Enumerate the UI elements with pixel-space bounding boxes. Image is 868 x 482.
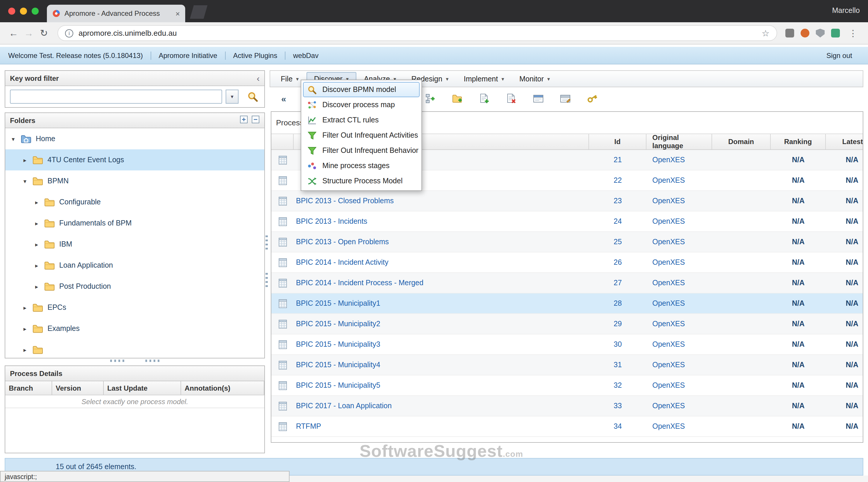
- column-original-language[interactable]: Original language: [647, 134, 712, 149]
- add-to-tree-button[interactable]: [424, 93, 436, 104]
- horizontal-splitter-grip[interactable]: [110, 360, 125, 362]
- tree-toggle-icon[interactable]: ▸: [22, 304, 28, 311]
- column-last-update[interactable]: Last Update: [104, 381, 181, 395]
- model-name-link[interactable]: BPIC 2015 - Municipality5: [293, 376, 589, 395]
- overflow-menu-icon[interactable]: ⋮: [846, 28, 860, 38]
- tree-toggle-icon[interactable]: ▸: [33, 220, 40, 226]
- menu-item-filter-out-infrequent-activities[interactable]: Filter Out Infrequent Activities: [303, 128, 420, 143]
- tree-item-ibm[interactable]: ▸ IBM: [5, 234, 264, 255]
- tree-item-home[interactable]: ▾ Home: [5, 128, 264, 149]
- table-row[interactable]: BPIC 2015 - Municipality2 29 OpenXES N/A…: [271, 314, 863, 334]
- tree-toggle-icon[interactable]: ▸: [33, 241, 40, 248]
- tree-toggle-icon[interactable]: ▸: [33, 199, 40, 205]
- menubar-item-implement[interactable]: Implement ▾: [456, 72, 512, 86]
- expand-all-icon[interactable]: [240, 116, 248, 125]
- model-name-link[interactable]: BPIC 2015 - Municipality2: [293, 314, 589, 334]
- new-tab-button[interactable]: [190, 5, 208, 19]
- model-name-link[interactable]: RTFMP: [293, 416, 589, 436]
- menu-item-discover-bpmn-model[interactable]: Discover BPMN model: [303, 82, 420, 97]
- tree-toggle-icon[interactable]: ▸: [22, 157, 28, 163]
- tree-toggle-icon[interactable]: ▸: [33, 262, 40, 268]
- collapse-left-button[interactable]: «: [278, 93, 289, 104]
- keyword-dropdown-button[interactable]: ▾: [226, 90, 239, 104]
- zoom-window-button[interactable]: [32, 8, 39, 14]
- menu-item-discover-process-map[interactable]: Discover process map: [303, 97, 420, 113]
- collapse-panel-icon[interactable]: ‹: [257, 73, 260, 83]
- minimize-window-button[interactable]: [20, 8, 27, 14]
- model-name-link[interactable]: BPIC 2017 - Loan Application: [293, 396, 589, 416]
- tree-toggle-icon[interactable]: ▸: [22, 325, 28, 332]
- tree-toggle-icon[interactable]: ▸: [33, 283, 40, 290]
- add-folder-button[interactable]: [451, 93, 463, 104]
- table-row[interactable]: BPIC 2014 - Incident Activity 26 OpenXES…: [271, 252, 863, 273]
- browser-profile-name[interactable]: Marcello: [832, 6, 860, 14]
- forward-icon[interactable]: →: [21, 26, 36, 41]
- tree-item-epcs[interactable]: ▸ EPCs: [5, 297, 264, 318]
- model-name-link[interactable]: BPIC 2015 - Municipality4: [293, 355, 589, 375]
- model-name-link[interactable]: BPIC 2013 - Open Problems: [293, 232, 589, 252]
- tree-toggle-icon[interactable]: ▾: [10, 136, 17, 142]
- column-annotations[interactable]: Annotation(s): [181, 381, 264, 395]
- table-row[interactable]: RTFMP 34 OpenXES N/A N/A: [271, 416, 863, 437]
- table-row[interactable]: BPIC 2013 - Open Problems 25 OpenXES N/A…: [271, 232, 863, 252]
- model-name-link[interactable]: BPIC 2015 - Municipality1: [293, 293, 589, 313]
- model-name-link[interactable]: BPIC 2013 - Closed Problems: [293, 191, 589, 211]
- extension-icon[interactable]: [801, 29, 809, 37]
- table-row[interactable]: BPIC 2017 - Loan Application 33 OpenXES …: [271, 396, 863, 416]
- delete-model-button[interactable]: [505, 93, 517, 104]
- edit-metadata-button[interactable]: [559, 93, 571, 104]
- model-name-link[interactable]: BPIC 2014 - Incident Activity: [293, 252, 589, 272]
- edit-model-button[interactable]: [532, 93, 544, 104]
- create-model-button[interactable]: [478, 93, 490, 104]
- tree-item-item[interactable]: ▸: [5, 339, 264, 358]
- column-ranking[interactable]: Ranking: [771, 134, 826, 149]
- security-button[interactable]: [586, 93, 598, 104]
- table-row[interactable]: BPIC 2013 - Closed Problems 23 OpenXES N…: [271, 191, 863, 212]
- tree-item-4tu-center-event-logs[interactable]: ▸ 4TU Center Event Logs: [5, 149, 264, 170]
- column-domain[interactable]: Domain: [712, 134, 771, 149]
- horizontal-splitter-grip[interactable]: [145, 360, 161, 362]
- column-branch[interactable]: Branch: [5, 381, 52, 395]
- browser-tab[interactable]: Apromore - Advanced Process ×: [47, 5, 185, 22]
- vertical-splitter-grip[interactable]: [266, 235, 268, 251]
- menu-item-mine-process-stages[interactable]: Mine process stages: [303, 158, 420, 173]
- tree-item-examples[interactable]: ▸ Examples: [5, 318, 264, 339]
- header-link-welcome-test-release-notes-5-0-180413[interactable]: Welcome Test. Release notes (5.0.180413): [8, 51, 150, 59]
- tree-item-post-production[interactable]: ▸ Post Production: [5, 276, 264, 297]
- table-row[interactable]: BPIC 2015 - Municipality5 32 OpenXES N/A…: [271, 376, 863, 396]
- table-row[interactable]: BPIC 2015 - Municipality1 28 OpenXES N/A…: [271, 293, 863, 314]
- menubar-item-monitor[interactable]: Monitor ▾: [512, 72, 557, 86]
- table-row[interactable]: BPIC 2015 - Municipality3 30 OpenXES N/A…: [271, 334, 863, 355]
- header-link-apromore-initiative[interactable]: Apromore Initiative: [150, 51, 225, 59]
- close-window-button[interactable]: [8, 8, 15, 14]
- tree-item-bpmn[interactable]: ▾ BPMN: [5, 170, 264, 192]
- column-version[interactable]: Version: [52, 381, 104, 395]
- header-link-active-plugins[interactable]: Active Plugins: [225, 51, 285, 59]
- table-row[interactable]: BPIC 2014 - Incident Process - Merged 27…: [271, 273, 863, 293]
- tab-close-icon[interactable]: ×: [176, 10, 180, 17]
- model-name-link[interactable]: BPIC 2014 - Incident Process - Merged: [293, 273, 589, 293]
- bookmark-star-icon[interactable]: ☆: [762, 28, 770, 38]
- extension-icon[interactable]: [831, 29, 840, 37]
- menu-item-filter-out-infrequent-behavior[interactable]: Filter Out Infrequent Behavior: [303, 143, 420, 158]
- extension-icon[interactable]: [785, 29, 794, 37]
- sign-out-link[interactable]: Sign out: [819, 51, 860, 59]
- url-field[interactable]: i apromore.cis.unimelb.edu.au ☆: [57, 25, 777, 41]
- model-name-link[interactable]: BPIC 2015 - Municipality3: [293, 334, 589, 354]
- menu-item-structure-process-model[interactable]: Structure Process Model: [303, 173, 420, 189]
- tree-toggle-icon[interactable]: ▾: [22, 178, 28, 184]
- search-icon[interactable]: [246, 90, 260, 104]
- column-id[interactable]: Id: [589, 134, 647, 149]
- header-link-webdav[interactable]: webDav: [285, 51, 326, 59]
- keyword-filter-input[interactable]: [10, 90, 222, 104]
- tree-item-configurable[interactable]: ▸ Configurable: [5, 192, 264, 213]
- vertical-splitter-grip[interactable]: [266, 273, 268, 288]
- extension-icon[interactable]: [816, 29, 825, 37]
- back-icon[interactable]: ←: [6, 26, 21, 41]
- page-info-icon[interactable]: i: [65, 29, 73, 37]
- tree-toggle-icon[interactable]: ▸: [22, 346, 28, 353]
- column-latest-version[interactable]: Latest version: [826, 134, 863, 149]
- reload-icon[interactable]: ↻: [36, 26, 52, 41]
- collapse-all-icon[interactable]: [251, 116, 260, 125]
- table-row[interactable]: BPIC 2015 - Municipality4 31 OpenXES N/A…: [271, 355, 863, 376]
